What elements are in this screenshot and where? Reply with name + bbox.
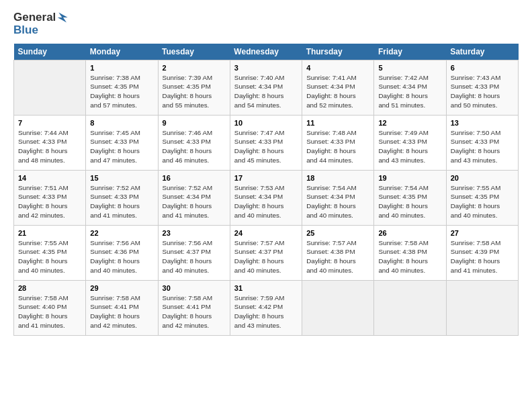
day-number: 28 <box>18 284 81 292</box>
day-number: 23 <box>163 229 226 237</box>
day-info: Sunrise: 7:56 AM Sunset: 4:36 PM Dayligh… <box>90 238 153 275</box>
logo-arrow-icon <box>56 11 70 24</box>
day-number: 7 <box>18 119 81 127</box>
calendar-table: SundayMondayTuesdayWednesdayThursdayFrid… <box>13 44 519 336</box>
header-day-sunday: Sunday <box>14 44 86 60</box>
week-row-4: 28Sunrise: 7:58 AM Sunset: 4:40 PM Dayli… <box>14 280 519 335</box>
day-info: Sunrise: 7:56 AM Sunset: 4:37 PM Dayligh… <box>163 238 226 275</box>
day-info: Sunrise: 7:54 AM Sunset: 4:34 PM Dayligh… <box>306 183 369 220</box>
day-info: Sunrise: 7:41 AM Sunset: 4:34 PM Dayligh… <box>306 73 369 110</box>
header-day-friday: Friday <box>374 44 446 60</box>
day-cell: 10Sunrise: 7:47 AM Sunset: 4:33 PM Dayli… <box>230 115 302 170</box>
day-cell <box>374 280 446 335</box>
day-cell: 5Sunrise: 7:42 AM Sunset: 4:34 PM Daylig… <box>374 60 446 115</box>
day-info: Sunrise: 7:40 AM Sunset: 4:34 PM Dayligh… <box>234 73 298 110</box>
day-cell: 22Sunrise: 7:56 AM Sunset: 4:36 PM Dayli… <box>86 225 158 280</box>
header-day-thursday: Thursday <box>302 44 374 60</box>
day-cell <box>446 280 518 335</box>
logo-general-text: General <box>13 11 56 24</box>
day-number: 3 <box>234 64 298 72</box>
day-info: Sunrise: 7:55 AM Sunset: 4:35 PM Dayligh… <box>18 238 81 275</box>
day-number: 12 <box>378 119 441 127</box>
day-info: Sunrise: 7:57 AM Sunset: 4:38 PM Dayligh… <box>306 238 369 275</box>
day-number: 13 <box>451 119 514 127</box>
day-info: Sunrise: 7:55 AM Sunset: 4:35 PM Dayligh… <box>451 183 514 220</box>
day-number: 30 <box>163 284 226 292</box>
day-cell: 25Sunrise: 7:57 AM Sunset: 4:38 PM Dayli… <box>302 225 374 280</box>
day-info: Sunrise: 7:58 AM Sunset: 4:38 PM Dayligh… <box>378 238 441 275</box>
day-cell: 21Sunrise: 7:55 AM Sunset: 4:35 PM Dayli… <box>14 225 86 280</box>
day-cell <box>302 280 374 335</box>
week-row-2: 14Sunrise: 7:51 AM Sunset: 4:33 PM Dayli… <box>14 170 519 225</box>
day-number: 6 <box>451 64 514 72</box>
day-info: Sunrise: 7:58 AM Sunset: 4:39 PM Dayligh… <box>451 238 514 275</box>
header-row: SundayMondayTuesdayWednesdayThursdayFrid… <box>14 44 519 60</box>
day-number: 14 <box>18 174 81 182</box>
day-cell: 19Sunrise: 7:54 AM Sunset: 4:35 PM Dayli… <box>374 170 446 225</box>
day-cell: 16Sunrise: 7:52 AM Sunset: 4:34 PM Dayli… <box>158 170 230 225</box>
calendar-header: SundayMondayTuesdayWednesdayThursdayFrid… <box>14 44 519 60</box>
day-info: Sunrise: 7:51 AM Sunset: 4:33 PM Dayligh… <box>18 183 81 220</box>
day-number: 21 <box>18 229 81 237</box>
week-row-0: 1Sunrise: 7:38 AM Sunset: 4:35 PM Daylig… <box>14 60 519 115</box>
day-info: Sunrise: 7:58 AM Sunset: 4:40 PM Dayligh… <box>18 293 81 330</box>
header: General Blue <box>13 11 519 37</box>
day-cell: 1Sunrise: 7:38 AM Sunset: 4:35 PM Daylig… <box>86 60 158 115</box>
day-number: 26 <box>378 229 441 237</box>
day-info: Sunrise: 7:49 AM Sunset: 4:33 PM Dayligh… <box>378 128 441 165</box>
day-info: Sunrise: 7:48 AM Sunset: 4:33 PM Dayligh… <box>306 128 369 165</box>
day-cell: 17Sunrise: 7:53 AM Sunset: 4:34 PM Dayli… <box>230 170 302 225</box>
day-cell: 18Sunrise: 7:54 AM Sunset: 4:34 PM Dayli… <box>302 170 374 225</box>
header-day-tuesday: Tuesday <box>158 44 230 60</box>
day-cell: 7Sunrise: 7:44 AM Sunset: 4:33 PM Daylig… <box>14 115 86 170</box>
day-info: Sunrise: 7:46 AM Sunset: 4:33 PM Dayligh… <box>163 128 226 165</box>
day-number: 5 <box>378 64 441 72</box>
day-cell: 26Sunrise: 7:58 AM Sunset: 4:38 PM Dayli… <box>374 225 446 280</box>
day-info: Sunrise: 7:58 AM Sunset: 4:41 PM Dayligh… <box>90 293 153 330</box>
day-info: Sunrise: 7:50 AM Sunset: 4:33 PM Dayligh… <box>451 128 514 165</box>
day-info: Sunrise: 7:52 AM Sunset: 4:34 PM Dayligh… <box>163 183 226 220</box>
day-number: 25 <box>306 229 369 237</box>
day-number: 11 <box>306 119 369 127</box>
day-info: Sunrise: 7:38 AM Sunset: 4:35 PM Dayligh… <box>90 73 153 110</box>
week-row-3: 21Sunrise: 7:55 AM Sunset: 4:35 PM Dayli… <box>14 225 519 280</box>
day-cell: 27Sunrise: 7:58 AM Sunset: 4:39 PM Dayli… <box>446 225 518 280</box>
day-cell: 12Sunrise: 7:49 AM Sunset: 4:33 PM Dayli… <box>374 115 446 170</box>
day-cell: 8Sunrise: 7:45 AM Sunset: 4:33 PM Daylig… <box>86 115 158 170</box>
day-cell: 31Sunrise: 7:59 AM Sunset: 4:42 PM Dayli… <box>230 280 302 335</box>
day-info: Sunrise: 7:53 AM Sunset: 4:34 PM Dayligh… <box>234 183 298 220</box>
day-cell: 14Sunrise: 7:51 AM Sunset: 4:33 PM Dayli… <box>14 170 86 225</box>
day-number: 27 <box>451 229 514 237</box>
day-info: Sunrise: 7:39 AM Sunset: 4:35 PM Dayligh… <box>163 73 226 110</box>
day-number: 4 <box>306 64 369 72</box>
day-cell: 3Sunrise: 7:40 AM Sunset: 4:34 PM Daylig… <box>230 60 302 115</box>
day-info: Sunrise: 7:44 AM Sunset: 4:33 PM Dayligh… <box>18 128 81 165</box>
day-number: 22 <box>90 229 153 237</box>
day-number: 20 <box>451 174 514 182</box>
calendar-body: 1Sunrise: 7:38 AM Sunset: 4:35 PM Daylig… <box>14 60 519 335</box>
day-cell: 9Sunrise: 7:46 AM Sunset: 4:33 PM Daylig… <box>158 115 230 170</box>
week-row-1: 7Sunrise: 7:44 AM Sunset: 4:33 PM Daylig… <box>14 115 519 170</box>
day-cell: 4Sunrise: 7:41 AM Sunset: 4:34 PM Daylig… <box>302 60 374 115</box>
day-number: 15 <box>90 174 153 182</box>
day-number: 18 <box>306 174 369 182</box>
svg-marker-0 <box>58 13 68 23</box>
header-day-monday: Monday <box>86 44 158 60</box>
day-cell: 28Sunrise: 7:58 AM Sunset: 4:40 PM Dayli… <box>14 280 86 335</box>
day-number: 8 <box>90 119 153 127</box>
day-number: 31 <box>234 284 298 292</box>
day-cell: 15Sunrise: 7:52 AM Sunset: 4:33 PM Dayli… <box>86 170 158 225</box>
day-cell: 6Sunrise: 7:43 AM Sunset: 4:33 PM Daylig… <box>446 60 518 115</box>
day-number: 9 <box>163 119 226 127</box>
logo: General Blue <box>13 11 71 37</box>
header-day-wednesday: Wednesday <box>230 44 302 60</box>
day-info: Sunrise: 7:45 AM Sunset: 4:33 PM Dayligh… <box>90 128 153 165</box>
day-info: Sunrise: 7:47 AM Sunset: 4:33 PM Dayligh… <box>234 128 298 165</box>
day-number: 10 <box>234 119 298 127</box>
day-info: Sunrise: 7:59 AM Sunset: 4:42 PM Dayligh… <box>234 293 298 330</box>
logo-blue-text: Blue <box>13 24 38 37</box>
day-cell: 24Sunrise: 7:57 AM Sunset: 4:37 PM Dayli… <box>230 225 302 280</box>
day-number: 24 <box>234 229 298 237</box>
day-cell: 29Sunrise: 7:58 AM Sunset: 4:41 PM Dayli… <box>86 280 158 335</box>
day-cell: 30Sunrise: 7:58 AM Sunset: 4:41 PM Dayli… <box>158 280 230 335</box>
